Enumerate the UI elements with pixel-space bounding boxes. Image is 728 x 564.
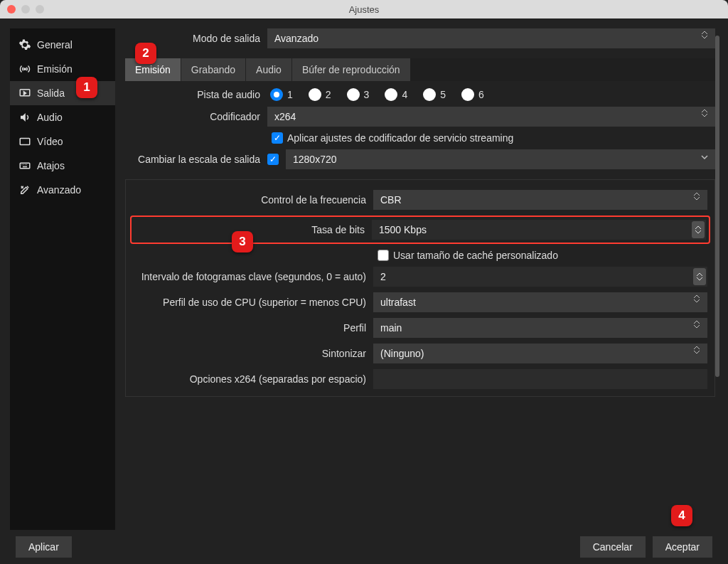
callout-1: 1: [76, 77, 97, 98]
encoder-select[interactable]: x264: [267, 107, 715, 127]
cpu-preset-label: Perfil de uso de CPU (superior = menos C…: [133, 297, 373, 308]
audio-track-5[interactable]: 5: [423, 88, 446, 101]
bitrate-input[interactable]: 1500 Kbps: [372, 220, 706, 240]
sidebar-item-label: Emisión: [37, 63, 73, 75]
rescale-checkbox[interactable]: [267, 154, 279, 165]
encoder-value: x264: [274, 111, 296, 122]
cpu-preset-value: ultrafast: [380, 297, 416, 308]
close-window-button[interactable]: [7, 5, 16, 14]
sidebar-item-label: Audio: [37, 112, 63, 123]
rate-control-select[interactable]: CBR: [373, 190, 707, 210]
enforce-service-label: Aplicar ajustes de codificador de servic…: [287, 132, 513, 144]
callout-2: 2: [135, 43, 156, 64]
callout-4: 4: [671, 505, 692, 526]
encoder-label: Codificador: [125, 111, 267, 122]
ok-button[interactable]: Aceptar: [653, 536, 712, 558]
rescale-select[interactable]: 1280x720: [286, 149, 715, 169]
sidebar-item-hotkeys[interactable]: Atajos: [10, 154, 115, 178]
dialog-footer: Aplicar Cancelar Aceptar: [0, 530, 728, 564]
tune-value: (Ninguno): [380, 348, 424, 359]
cpu-preset-select[interactable]: ultrafast: [373, 292, 707, 312]
custom-buffer-checkbox[interactable]: [378, 250, 389, 261]
audio-icon: [18, 111, 31, 124]
keyframe-input[interactable]: 2: [373, 267, 707, 287]
stepper-icon: [693, 346, 705, 361]
sidebar-item-label: Atajos: [37, 160, 65, 171]
settings-sidebar: General Emisión Salida Audio Vídeo: [10, 28, 115, 530]
audio-track-label: Pista de audio: [125, 89, 267, 100]
sidebar-item-audio[interactable]: Audio: [10, 105, 115, 129]
bitrate-value: 1500 Kbps: [379, 224, 427, 235]
sidebar-item-label: Salida: [37, 87, 65, 99]
sidebar-item-output[interactable]: Salida: [10, 81, 115, 105]
scroll-thumb[interactable]: [715, 36, 719, 377]
audio-track-group: 1 2 3 4 5 6: [267, 88, 715, 101]
sidebar-item-stream[interactable]: Emisión: [10, 57, 115, 81]
sidebar-item-label: General: [37, 39, 73, 50]
tune-label: Sintonizar: [133, 348, 373, 359]
traffic-lights: [7, 5, 44, 14]
tune-select[interactable]: (Ninguno): [373, 344, 707, 363]
broadcast-icon: [18, 63, 31, 75]
zoom-window-button: [36, 5, 44, 14]
stepper-icon: [693, 192, 705, 208]
enforce-service-checkbox[interactable]: [272, 132, 283, 144]
sidebar-item-general[interactable]: General: [10, 33, 115, 57]
sidebar-item-video[interactable]: Vídeo: [10, 129, 115, 154]
svg-rect-3: [20, 163, 30, 169]
cancel-button[interactable]: Cancelar: [580, 536, 646, 558]
sidebar-item-label: Avanzado: [37, 184, 81, 196]
audio-track-6[interactable]: 6: [461, 88, 484, 101]
rate-control-label: Control de la frecuencia: [133, 194, 373, 206]
sidebar-item-label: Vídeo: [37, 136, 63, 147]
profile-select[interactable]: main: [373, 318, 707, 338]
chevron-down-icon: [701, 155, 712, 171]
sidebar-item-advanced[interactable]: Avanzado: [10, 178, 115, 202]
tab-recording[interactable]: Grabando: [181, 58, 246, 81]
content-scrollbar[interactable]: [714, 28, 719, 530]
stepper-icon: [701, 109, 712, 124]
svg-point-0: [24, 68, 26, 70]
bitrate-label: Tasa de bits: [134, 224, 372, 235]
audio-track-4[interactable]: 4: [385, 88, 407, 101]
window-title: Ajustes: [349, 4, 380, 15]
x264opts-label: Opciones x264 (separadas por espacio): [133, 373, 373, 385]
encoder-settings-section: Control de la frecuencia CBR Tasa de bit…: [125, 179, 715, 397]
tab-audio[interactable]: Audio: [246, 58, 292, 81]
stepper-icon: [693, 294, 705, 310]
output-tabs: Emisión Grabando Audio Búfer de reproduc…: [125, 58, 715, 81]
keyboard-icon: [18, 159, 31, 172]
audio-track-2[interactable]: 2: [309, 88, 331, 101]
minimize-window-button: [21, 5, 30, 14]
tools-icon: [18, 183, 31, 196]
output-mode-value: Avanzado: [274, 33, 318, 44]
profile-value: main: [380, 322, 402, 334]
keyframe-label: Intervalo de fotogramas clave (segundos,…: [133, 271, 373, 282]
rescale-value: 1280x720: [293, 154, 337, 165]
keyframe-value: 2: [380, 271, 386, 282]
spinner-arrows-icon[interactable]: [693, 268, 706, 285]
output-icon: [18, 87, 31, 100]
profile-label: Perfil: [133, 322, 373, 334]
x264opts-input[interactable]: [373, 369, 707, 389]
rate-control-value: CBR: [380, 194, 402, 206]
audio-track-3[interactable]: 3: [347, 88, 370, 101]
titlebar: Ajustes: [0, 0, 728, 18]
svg-rect-2: [20, 139, 30, 145]
settings-content: Modo de salida Avanzado Emisión Grabando…: [125, 28, 718, 530]
spinner-arrows-icon[interactable]: [692, 221, 705, 238]
video-icon: [18, 135, 31, 148]
output-mode-label: Modo de salida: [181, 33, 267, 44]
output-mode-select[interactable]: Avanzado: [267, 28, 715, 48]
stepper-icon: [701, 31, 712, 46]
audio-track-1[interactable]: 1: [270, 88, 293, 101]
apply-button[interactable]: Aplicar: [16, 536, 72, 558]
custom-buffer-label: Usar tamaño de caché personalizado: [393, 250, 558, 261]
tab-replaybuffer[interactable]: Búfer de reproducción: [292, 58, 410, 81]
stepper-icon: [693, 320, 705, 336]
gear-icon: [18, 38, 31, 51]
rescale-label: Cambiar la escala de salida: [125, 154, 267, 165]
callout-3: 3: [232, 231, 253, 252]
